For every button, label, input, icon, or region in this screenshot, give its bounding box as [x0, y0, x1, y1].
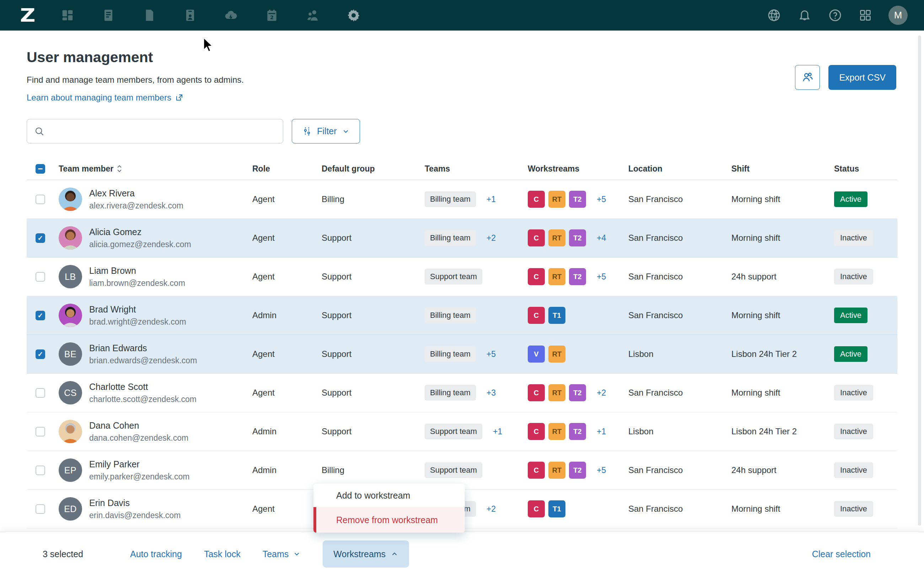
location-cell: San Francisco	[628, 233, 732, 243]
table-row[interactable]: LB Liam Brown liam.brown@zendesk.com Age…	[27, 258, 897, 296]
dashboard-icon[interactable]	[47, 8, 88, 22]
workstream-badge: T2	[569, 268, 586, 285]
workstreams-more-link[interactable]: +1	[597, 427, 606, 437]
table-row[interactable]: Brad Wright brad.wright@zendesk.com Admi…	[27, 296, 897, 335]
contact-card-icon[interactable]	[170, 8, 210, 22]
workstreams-cell: VRT	[528, 346, 628, 363]
task-lock-link[interactable]: Task lock	[204, 549, 241, 559]
menu-item-add-to-workstream[interactable]: Add to workstream	[313, 484, 465, 507]
external-link-icon	[175, 93, 183, 102]
cloud-lightning-icon[interactable]	[210, 8, 251, 22]
workstream-badge: RT	[549, 191, 565, 208]
bulk-actions-bar: 3 selected Auto tracking Task lock Teams…	[0, 531, 924, 576]
user-table: Team member Role Default group Teams Wor…	[27, 158, 897, 528]
status-badge: Active	[834, 307, 868, 323]
member-name: Alicia Gomez	[89, 227, 191, 237]
table-row[interactable]: BE Brian Edwards brian.edwards@zendesk.c…	[27, 335, 897, 374]
tasks-icon[interactable]	[88, 8, 128, 22]
document-icon[interactable]	[128, 8, 170, 22]
select-all-checkbox[interactable]	[35, 164, 45, 174]
people-icon[interactable]	[292, 8, 333, 22]
chevron-down-icon	[293, 550, 301, 558]
teams-more-link[interactable]: +5	[486, 349, 496, 359]
help-icon[interactable]	[828, 8, 842, 22]
workstream-badge: C	[528, 384, 545, 401]
workstreams-more-link[interactable]: +5	[597, 272, 606, 282]
member-email: charlotte.scott@zendesk.com	[89, 395, 197, 404]
row-checkbox[interactable]	[35, 504, 45, 514]
workstreams-cell: CT1	[528, 500, 628, 517]
teams-more-link[interactable]: +1	[486, 195, 496, 204]
col-team-member[interactable]: Team member	[59, 164, 252, 174]
row-checkbox[interactable]	[35, 233, 45, 243]
search-input[interactable]	[50, 120, 283, 142]
role-cell: Agent	[252, 388, 322, 398]
workstreams-more-link[interactable]: +2	[597, 388, 606, 398]
zendesk-logo-glyph: Z	[20, 5, 34, 26]
table-row[interactable]: Alicia Gomez alicia.gomez@zendesk.com Ag…	[27, 219, 897, 258]
location-cell: Lisbon	[628, 427, 732, 437]
vertical-scrollbar[interactable]	[918, 35, 921, 526]
gear-icon[interactable]	[333, 8, 374, 22]
team-badge: Support team	[425, 269, 482, 285]
member-email: emily.parker@zendesk.com	[89, 472, 189, 482]
teams-dropdown[interactable]: Teams	[263, 549, 301, 559]
teams-more-link[interactable]: +2	[486, 233, 496, 243]
table-header-row: Team member Role Default group Teams Wor…	[27, 158, 897, 180]
calendar-icon[interactable]: 2	[251, 8, 292, 22]
location-cell: San Francisco	[628, 465, 732, 475]
user-avatar[interactable]: M	[889, 6, 908, 25]
workstream-badge: T2	[569, 229, 586, 246]
teams-more-link[interactable]: +2	[486, 504, 496, 514]
workstream-badge: C	[528, 423, 545, 440]
table-row[interactable]: CS Charlotte Scott charlotte.scott@zende…	[27, 374, 897, 412]
search-icon	[34, 126, 45, 137]
workstreams-cell: CT1	[528, 307, 628, 324]
avatar: CS	[59, 381, 82, 405]
shift-cell: Morning shift	[732, 233, 834, 243]
row-checkbox[interactable]	[35, 466, 45, 475]
workstreams-more-link[interactable]: +4	[597, 233, 606, 243]
team-badge: Billing team	[425, 385, 476, 401]
zendesk-logo[interactable]: Z	[8, 5, 47, 26]
workstreams-cell: CRTT2+5	[528, 462, 628, 479]
status-badge: Active	[834, 191, 868, 207]
avatar	[59, 226, 82, 250]
filter-button[interactable]: Filter	[292, 119, 360, 144]
workstreams-more-link[interactable]: +5	[597, 466, 606, 475]
row-checkbox[interactable]	[35, 311, 45, 320]
member-email: alicia.gomez@zendesk.com	[89, 240, 191, 249]
workstreams-dropdown[interactable]: Workstreams	[323, 541, 409, 568]
workstreams-more-link[interactable]: +5	[597, 195, 606, 204]
apps-grid-icon[interactable]	[858, 8, 872, 22]
team-badge: Billing team	[425, 230, 476, 246]
clear-selection-link[interactable]: Clear selection	[812, 549, 871, 559]
auto-tracking-link[interactable]: Auto tracking	[130, 549, 182, 559]
export-csv-button[interactable]: Export CSV	[828, 65, 896, 90]
learn-link[interactable]: Learn about managing team members	[27, 93, 183, 102]
globe-icon[interactable]	[767, 8, 781, 22]
teams-more-link[interactable]: +1	[493, 427, 502, 437]
status-badge: Inactive	[834, 230, 873, 246]
member-name: Liam Brown	[89, 266, 185, 276]
group-cell: Billing	[322, 194, 425, 204]
row-checkbox[interactable]	[35, 427, 45, 437]
team-badge: Billing team	[425, 307, 476, 323]
group-cell: Support	[322, 349, 425, 359]
manage-people-button[interactable]	[795, 65, 820, 90]
menu-item-remove-from-workstream[interactable]: Remove from workstream	[313, 507, 465, 533]
row-checkbox[interactable]	[35, 195, 45, 204]
bell-icon[interactable]	[797, 8, 812, 22]
top-nav-bar: Z 2 M	[0, 0, 924, 30]
teams-more-link[interactable]: +3	[486, 388, 496, 398]
workstream-badge: V	[528, 346, 545, 363]
role-cell: Admin	[252, 310, 322, 320]
workstream-badge: C	[528, 191, 545, 208]
table-row[interactable]: Dana Cohen dana.cohen@zendesk.com Admin …	[27, 412, 897, 451]
table-row[interactable]: Alex Rivera alex.rivera@zendesk.com Agen…	[27, 180, 897, 219]
member-name: Brian Edwards	[89, 343, 197, 354]
row-checkbox[interactable]	[35, 272, 45, 282]
row-checkbox[interactable]	[35, 349, 45, 359]
row-checkbox[interactable]	[35, 388, 45, 398]
filter-label: Filter	[317, 126, 337, 136]
